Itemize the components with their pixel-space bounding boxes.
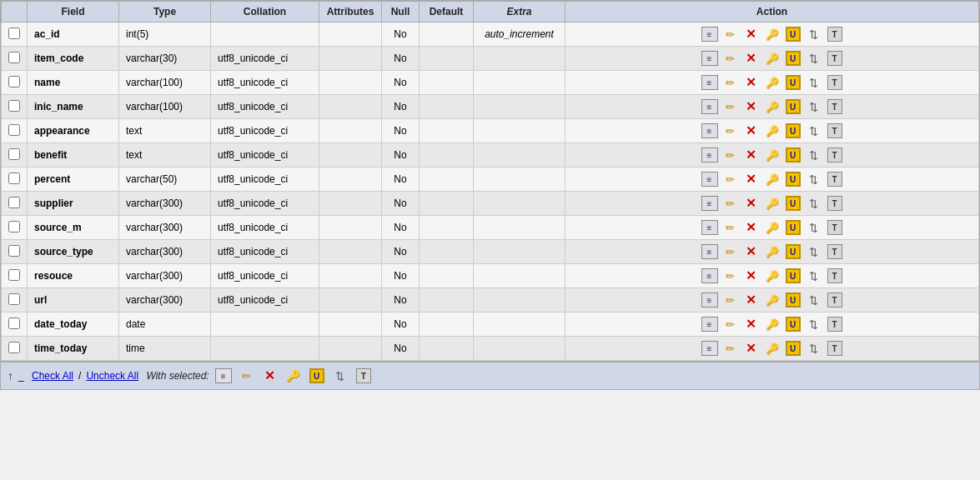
unique-button[interactable]: U	[784, 74, 802, 91]
footer-structure-icon[interactable]: 🔑	[284, 368, 303, 384]
structure-button[interactable]: 🔑	[763, 316, 781, 332]
row-checkbox[interactable]	[8, 172, 20, 184]
structure-button[interactable]: 🔑	[763, 171, 781, 188]
row-checkbox-cell[interactable]	[2, 337, 28, 361]
row-checkbox[interactable]	[8, 293, 20, 305]
delete-button[interactable]: ✕	[742, 243, 761, 260]
fulltext-button[interactable]: T	[826, 195, 844, 212]
unique-button[interactable]: U	[784, 316, 802, 332]
row-checkbox-cell[interactable]	[2, 119, 28, 143]
browse-button[interactable]: ≡	[701, 50, 719, 67]
edit-button[interactable]: ✏	[721, 26, 740, 42]
footer-delete-icon[interactable]: ✕	[261, 368, 279, 384]
unique-button[interactable]: U	[784, 50, 802, 67]
row-checkbox[interactable]	[8, 342, 20, 353]
check-all-link[interactable]: Check All	[32, 370, 73, 382]
unique-button[interactable]: U	[784, 195, 802, 212]
fulltext-button[interactable]: T	[826, 98, 844, 115]
uncheck-all-link[interactable]: Uncheck All	[86, 370, 138, 382]
fulltext-button[interactable]: T	[826, 292, 844, 308]
fulltext-button[interactable]: T	[826, 122, 844, 139]
structure-button[interactable]: 🔑	[763, 74, 781, 91]
browse-button[interactable]: ≡	[701, 292, 719, 308]
sort-button[interactable]: ⇅	[805, 243, 823, 260]
edit-button[interactable]: ✏	[721, 195, 740, 212]
unique-button[interactable]: U	[784, 340, 802, 357]
fulltext-button[interactable]: T	[826, 26, 844, 42]
browse-button[interactable]: ≡	[701, 26, 719, 42]
browse-button[interactable]: ≡	[701, 340, 719, 357]
structure-button[interactable]: 🔑	[763, 195, 781, 212]
sort-button[interactable]: ⇅	[805, 195, 823, 212]
browse-button[interactable]: ≡	[701, 74, 719, 91]
browse-button[interactable]: ≡	[701, 219, 719, 236]
row-checkbox[interactable]	[8, 269, 20, 281]
row-checkbox-cell[interactable]	[2, 264, 28, 288]
edit-button[interactable]: ✏	[721, 74, 740, 91]
unique-button[interactable]: U	[784, 171, 802, 188]
row-checkbox[interactable]	[8, 245, 20, 257]
structure-button[interactable]: 🔑	[763, 219, 781, 236]
sort-button[interactable]: ⇅	[805, 50, 823, 67]
delete-button[interactable]: ✕	[742, 98, 761, 115]
sort-button[interactable]: ⇅	[805, 219, 823, 236]
browse-button[interactable]: ≡	[701, 268, 719, 284]
browse-button[interactable]: ≡	[701, 316, 719, 332]
structure-button[interactable]: 🔑	[763, 340, 781, 357]
edit-button[interactable]: ✏	[721, 316, 740, 332]
fulltext-button[interactable]: T	[826, 147, 844, 163]
row-checkbox[interactable]	[8, 148, 20, 160]
row-checkbox-cell[interactable]	[2, 216, 28, 240]
fulltext-button[interactable]: T	[826, 243, 844, 260]
row-checkbox[interactable]	[8, 318, 20, 329]
sort-button[interactable]: ⇅	[805, 98, 823, 115]
fulltext-button[interactable]: T	[826, 74, 844, 91]
unique-button[interactable]: U	[784, 268, 802, 284]
edit-button[interactable]: ✏	[721, 268, 740, 284]
delete-button[interactable]: ✕	[742, 26, 761, 42]
footer-browse-icon[interactable]: ≡	[214, 368, 233, 384]
unique-button[interactable]: U	[784, 147, 802, 163]
browse-button[interactable]: ≡	[701, 122, 719, 139]
edit-button[interactable]: ✏	[721, 340, 740, 357]
delete-button[interactable]: ✕	[742, 219, 761, 236]
fulltext-button[interactable]: T	[826, 340, 844, 357]
edit-button[interactable]: ✏	[721, 292, 740, 308]
sort-button[interactable]: ⇅	[805, 340, 823, 357]
footer-edit-icon[interactable]: ✏	[238, 368, 256, 384]
delete-button[interactable]: ✕	[742, 195, 761, 212]
fulltext-button[interactable]: T	[826, 316, 844, 332]
sort-button[interactable]: ⇅	[805, 171, 823, 188]
sort-button[interactable]: ⇅	[805, 74, 823, 91]
delete-button[interactable]: ✕	[742, 50, 761, 67]
fulltext-button[interactable]: T	[826, 268, 844, 284]
unique-button[interactable]: U	[784, 243, 802, 260]
delete-button[interactable]: ✕	[742, 74, 761, 91]
sort-button[interactable]: ⇅	[805, 26, 823, 42]
edit-button[interactable]: ✏	[721, 122, 740, 139]
browse-button[interactable]: ≡	[701, 147, 719, 163]
fulltext-button[interactable]: T	[826, 171, 844, 188]
unique-button[interactable]: U	[784, 292, 802, 308]
row-checkbox-cell[interactable]	[2, 71, 28, 95]
edit-button[interactable]: ✏	[721, 147, 740, 163]
sort-button[interactable]: ⇅	[805, 122, 823, 139]
delete-button[interactable]: ✕	[742, 316, 761, 332]
browse-button[interactable]: ≡	[701, 195, 719, 212]
edit-button[interactable]: ✏	[721, 219, 740, 236]
structure-button[interactable]: 🔑	[763, 292, 781, 308]
unique-button[interactable]: U	[784, 26, 802, 42]
edit-button[interactable]: ✏	[721, 243, 740, 260]
browse-button[interactable]: ≡	[701, 98, 719, 115]
sort-button[interactable]: ⇅	[805, 147, 823, 163]
row-checkbox-cell[interactable]	[2, 288, 28, 312]
row-checkbox-cell[interactable]	[2, 47, 28, 71]
sort-button[interactable]: ⇅	[805, 292, 823, 308]
delete-button[interactable]: ✕	[742, 268, 761, 284]
footer-sort-icon[interactable]: ⇅	[331, 368, 349, 384]
row-checkbox-cell[interactable]	[2, 240, 28, 264]
edit-button[interactable]: ✏	[721, 50, 740, 67]
row-checkbox[interactable]	[8, 124, 20, 136]
row-checkbox[interactable]	[8, 221, 20, 232]
delete-button[interactable]: ✕	[742, 340, 761, 357]
